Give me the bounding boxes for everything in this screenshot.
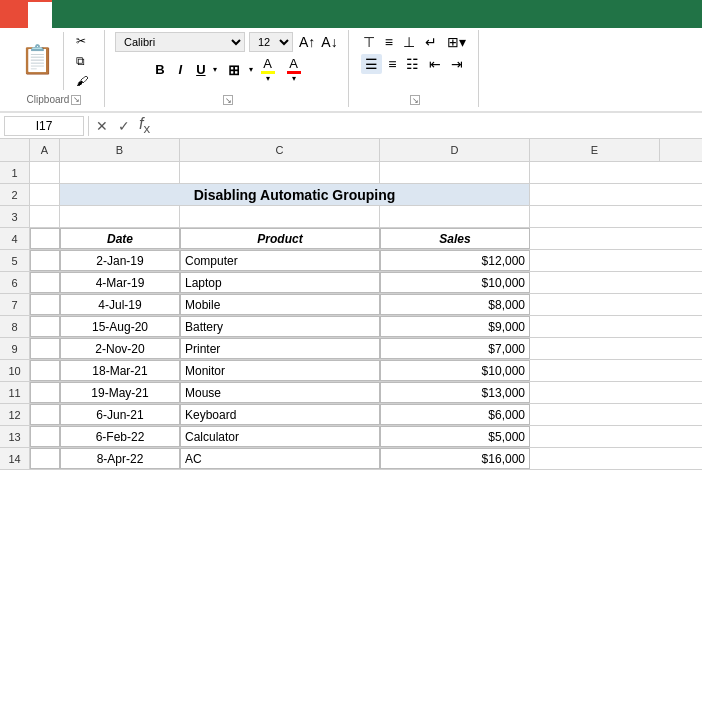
cell[interactable]: Product xyxy=(180,228,380,249)
cell[interactable]: Keyboard xyxy=(180,404,380,425)
cell[interactable]: $12,000 xyxy=(380,250,530,271)
cell[interactable]: $5,000 xyxy=(380,426,530,447)
tab-view[interactable] xyxy=(172,0,196,28)
cell[interactable]: Printer xyxy=(180,338,380,359)
increase-font-size-button[interactable]: A↑ xyxy=(297,34,317,50)
cell[interactable] xyxy=(30,294,60,315)
row-number[interactable]: 4 xyxy=(0,228,30,249)
col-header-c[interactable]: C xyxy=(180,139,380,161)
paste-button[interactable]: 📋 xyxy=(12,32,64,90)
row-number[interactable]: 9 xyxy=(0,338,30,359)
cell[interactable]: AC xyxy=(180,448,380,469)
cell[interactable]: 6-Jun-21 xyxy=(60,404,180,425)
cell[interactable] xyxy=(30,338,60,359)
cell[interactable] xyxy=(380,162,530,183)
col-header-b[interactable]: B xyxy=(60,139,180,161)
cell[interactable]: $10,000 xyxy=(380,360,530,381)
tab-home[interactable] xyxy=(28,0,52,28)
cell[interactable]: $13,000 xyxy=(380,382,530,403)
italic-button[interactable]: I xyxy=(174,60,188,79)
cell[interactable] xyxy=(30,316,60,337)
row-number[interactable]: 14 xyxy=(0,448,30,469)
cell[interactable]: 6-Feb-22 xyxy=(60,426,180,447)
cell[interactable] xyxy=(30,382,60,403)
row-number[interactable]: 3 xyxy=(0,206,30,227)
underline-button[interactable]: U xyxy=(191,60,210,79)
cell[interactable] xyxy=(60,206,180,227)
bottom-align-button[interactable]: ⊥ xyxy=(399,32,419,52)
cell[interactable]: $10,000 xyxy=(380,272,530,293)
cell[interactable] xyxy=(30,404,60,425)
row-number[interactable]: 2 xyxy=(0,184,30,205)
cell[interactable] xyxy=(30,250,60,271)
cell[interactable]: 4-Mar-19 xyxy=(60,272,180,293)
row-number[interactable]: 5 xyxy=(0,250,30,271)
cell[interactable]: $8,000 xyxy=(380,294,530,315)
col-header-d[interactable]: D xyxy=(380,139,530,161)
row-number[interactable]: 13 xyxy=(0,426,30,447)
bold-button[interactable]: B xyxy=(150,60,169,79)
cell[interactable]: 8-Apr-22 xyxy=(60,448,180,469)
cell[interactable] xyxy=(30,206,60,227)
border-button[interactable]: ⊞ xyxy=(223,60,245,80)
wrap-text-button[interactable]: ↵ xyxy=(421,32,441,52)
cell[interactable]: Laptop xyxy=(180,272,380,293)
font-color-button[interactable]: A ▾ xyxy=(283,54,305,85)
col-header-a[interactable]: A xyxy=(30,139,60,161)
fill-color-dropdown[interactable]: ▾ xyxy=(266,74,270,83)
tab-formulas[interactable] xyxy=(100,0,124,28)
cell[interactable] xyxy=(30,448,60,469)
cell[interactable]: Mouse xyxy=(180,382,380,403)
cell[interactable] xyxy=(30,162,60,183)
cell[interactable]: Calculator xyxy=(180,426,380,447)
fill-color-button[interactable]: A ▾ xyxy=(257,54,279,85)
cell[interactable]: Monitor xyxy=(180,360,380,381)
cell[interactable]: Computer xyxy=(180,250,380,271)
row-number[interactable]: 12 xyxy=(0,404,30,425)
font-expand-icon[interactable]: ↘ xyxy=(223,95,233,105)
underline-dropdown[interactable]: ▾ xyxy=(211,65,219,74)
cancel-formula-button[interactable]: ✕ xyxy=(93,118,111,134)
cell[interactable] xyxy=(30,184,60,205)
tab-review[interactable] xyxy=(148,0,172,28)
cell[interactable]: 2-Jan-19 xyxy=(60,250,180,271)
cell[interactable] xyxy=(30,360,60,381)
top-align-button[interactable]: ⊤ xyxy=(359,32,379,52)
cell[interactable]: $16,000 xyxy=(380,448,530,469)
tab-page-layout[interactable] xyxy=(76,0,100,28)
font-size-select[interactable]: 12 xyxy=(249,32,293,52)
align-left-button[interactable]: ☰ xyxy=(361,54,382,74)
row-number[interactable]: 10 xyxy=(0,360,30,381)
format-painter-button[interactable]: 🖌 xyxy=(72,72,96,90)
confirm-formula-button[interactable]: ✓ xyxy=(115,118,133,134)
name-box[interactable] xyxy=(4,116,84,136)
tab-develo[interactable] xyxy=(196,0,220,28)
cell[interactable]: $9,000 xyxy=(380,316,530,337)
cell[interactable]: $6,000 xyxy=(380,404,530,425)
cell[interactable] xyxy=(30,426,60,447)
cell[interactable]: Date xyxy=(60,228,180,249)
tab-insert[interactable] xyxy=(52,0,76,28)
cell[interactable]: Mobile xyxy=(180,294,380,315)
cell[interactable]: 19-May-21 xyxy=(60,382,180,403)
cell[interactable]: 4-Jul-19 xyxy=(60,294,180,315)
cell[interactable] xyxy=(180,206,380,227)
row-number[interactable]: 11 xyxy=(0,382,30,403)
middle-align-button[interactable]: ≡ xyxy=(381,32,397,52)
decrease-indent-button[interactable]: ⇤ xyxy=(425,54,445,74)
font-name-select[interactable]: Calibri xyxy=(115,32,245,52)
cell[interactable] xyxy=(180,162,380,183)
align-right-button[interactable]: ☷ xyxy=(402,54,423,74)
insert-function-icon[interactable]: fx xyxy=(137,115,152,136)
cell[interactable] xyxy=(30,272,60,293)
cell[interactable]: Sales xyxy=(380,228,530,249)
cell[interactable]: Disabling Automatic Grouping xyxy=(60,184,530,205)
row-number[interactable]: 8 xyxy=(0,316,30,337)
cell[interactable]: 18-Mar-21 xyxy=(60,360,180,381)
col-header-e[interactable]: E xyxy=(530,139,660,161)
row-number[interactable]: 6 xyxy=(0,272,30,293)
cut-button[interactable]: ✂ xyxy=(72,32,96,50)
cell[interactable] xyxy=(30,228,60,249)
cell[interactable]: 15-Aug-20 xyxy=(60,316,180,337)
align-center-button[interactable]: ≡ xyxy=(384,54,400,74)
